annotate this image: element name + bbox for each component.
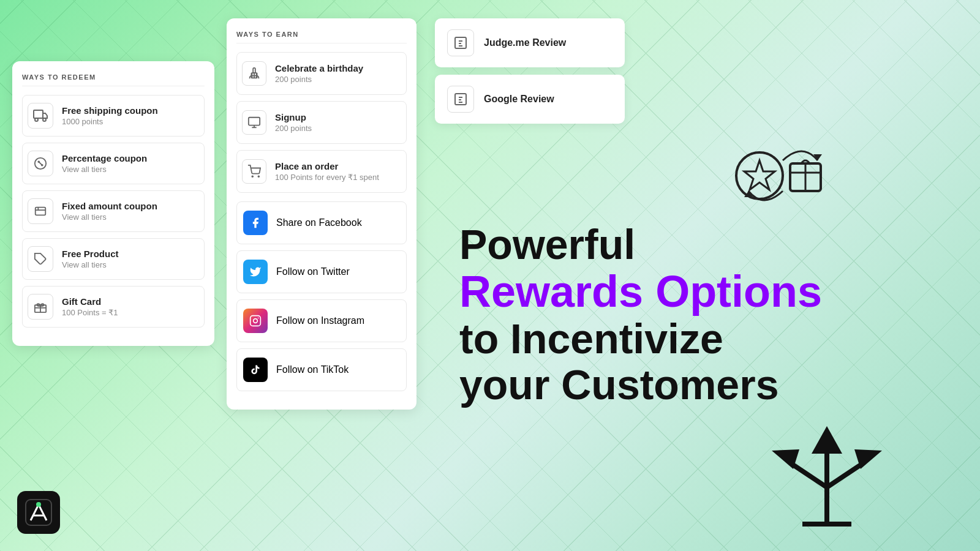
place-order-icon: [242, 159, 266, 184]
hero-line4: your Customers: [459, 362, 962, 408]
svg-marker-27: [744, 160, 775, 190]
list-item[interactable]: Free Product View all tiers: [22, 238, 205, 280]
svg-rect-16: [249, 118, 260, 126]
free-shipping-subtitle: 1000 points: [62, 117, 158, 126]
hero-line1: Powerful: [459, 222, 962, 268]
fixed-amount-icon: [28, 198, 53, 224]
instagram-icon: [243, 309, 268, 333]
svg-point-22: [254, 319, 258, 323]
svg-line-37: [790, 463, 827, 487]
hero-line2: Rewards Options: [459, 268, 962, 316]
google-review-title: Google Review: [484, 94, 554, 105]
list-item[interactable]: Fixed amount coupon View all tiers: [22, 190, 205, 232]
svg-point-1: [35, 118, 38, 121]
svg-point-34: [36, 502, 41, 507]
trident-icon: [766, 414, 888, 536]
instagram-label: Follow on Instagram: [276, 315, 364, 326]
svg-line-39: [827, 463, 864, 487]
earn-panel: WAYS TO EARN Celebrate a birthday 200 po…: [227, 18, 417, 410]
svg-point-20: [258, 176, 259, 177]
twitter-icon: [243, 260, 268, 284]
list-item[interactable]: Judge.me Review: [435, 18, 625, 67]
free-shipping-title: Free shipping coupon: [62, 105, 158, 116]
svg-point-6: [42, 165, 43, 166]
list-item[interactable]: Free shipping coupon 1000 points: [22, 95, 205, 137]
svg-rect-21: [251, 316, 261, 326]
fixed-amount-subtitle: View all tiers: [62, 212, 157, 222]
free-product-icon: [28, 246, 53, 272]
review-section: Judge.me Review Google Review: [435, 18, 625, 124]
list-item[interactable]: Celebrate a birthday 200 points: [236, 52, 407, 95]
svg-rect-0: [34, 110, 43, 118]
free-product-title: Free Product: [62, 249, 119, 259]
list-item[interactable]: Follow on TikTok: [236, 348, 407, 391]
hero-line3: to Incentivize: [459, 316, 962, 362]
signup-icon: [242, 110, 266, 135]
hero-icons: [459, 136, 839, 216]
list-item[interactable]: Gift Card 100 Points = ₹1: [22, 286, 205, 328]
list-item[interactable]: Percentage coupon View all tiers: [22, 143, 205, 184]
tiktok-label: Follow on TikTok: [276, 364, 349, 375]
logo-icon: [24, 498, 53, 527]
svg-point-19: [252, 176, 253, 177]
svg-point-23: [258, 318, 259, 319]
svg-point-5: [38, 161, 39, 162]
place-order-title: Place an order: [275, 161, 379, 171]
facebook-icon: [243, 211, 268, 235]
percentage-icon: [28, 151, 53, 176]
hero-section: Powerful Rewards Options to Incentivize …: [435, 136, 962, 408]
free-shipping-icon: [28, 103, 53, 129]
list-item[interactable]: Follow on Instagram: [236, 299, 407, 342]
free-product-subtitle: View all tiers: [62, 260, 119, 269]
gift-card-title: Gift Card: [62, 296, 118, 307]
svg-point-2: [43, 118, 46, 121]
birthday-subtitle: 200 points: [275, 75, 363, 84]
gift-card-icon: [28, 294, 53, 320]
earn-panel-title: WAYS TO EARN: [236, 31, 407, 43]
hero-title: Powerful Rewards Options to Incentivize …: [459, 222, 962, 408]
list-item[interactable]: Place an order 100 Points for every ₹1 s…: [236, 150, 407, 193]
judgeme-title: Judge.me Review: [484, 37, 566, 48]
google-review-icon: [447, 86, 474, 113]
svg-marker-36: [812, 426, 842, 454]
brand-logo: [17, 491, 60, 534]
reward-cycle-graphic: [717, 136, 839, 216]
signup-title: Signup: [275, 112, 312, 122]
tiktok-icon: [243, 358, 268, 382]
social-section: Share on Facebook Follow on Twitter: [236, 201, 407, 391]
redeem-panel-title: WAYS TO REDEEM: [22, 73, 205, 86]
list-item[interactable]: Google Review: [435, 75, 625, 124]
twitter-label: Follow on Twitter: [276, 266, 350, 277]
birthday-title: Celebrate a birthday: [275, 63, 363, 73]
list-item[interactable]: Share on Facebook: [236, 201, 407, 244]
gift-card-subtitle: 100 Points = ₹1: [62, 308, 118, 317]
judgeme-icon: [447, 29, 474, 56]
redeem-panel: WAYS TO REDEEM Free shipping coupon 1000…: [12, 61, 214, 346]
percentage-title: Percentage coupon: [62, 153, 147, 163]
fixed-amount-title: Fixed amount coupon: [62, 201, 157, 211]
svg-rect-7: [36, 208, 46, 216]
trident-arrow-graphic: [766, 414, 888, 539]
percentage-subtitle: View all tiers: [62, 165, 147, 174]
list-item[interactable]: Signup 200 points: [236, 101, 407, 144]
place-order-subtitle: 100 Points for every ₹1 spent: [275, 173, 379, 182]
list-item[interactable]: Follow on Twitter: [236, 250, 407, 293]
birthday-icon: [242, 61, 266, 86]
facebook-label: Share on Facebook: [276, 217, 362, 228]
signup-subtitle: 200 points: [275, 124, 312, 133]
